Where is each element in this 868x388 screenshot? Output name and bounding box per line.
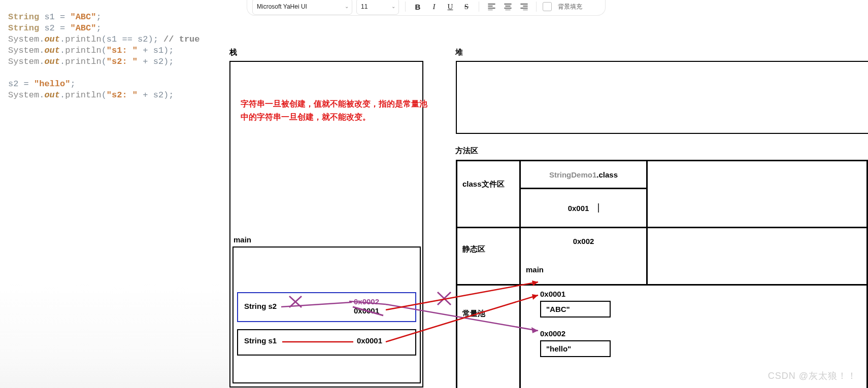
chevron-down-icon: ⌄ (391, 4, 395, 9)
stack-var-s2-label: String s2 (244, 302, 277, 310)
code-block: String s1 = "ABC"; String s2 = "ABC"; Sy… (8, 12, 200, 101)
heap-box (456, 61, 868, 134)
stack-note: 字符串一旦被创建，值就不能被改变，指的是常量池 中的字符串一旦创建，就不能改变。 (241, 97, 427, 124)
heap-label: 堆 (455, 48, 463, 57)
gradient-overlay (0, 281, 228, 388)
stack-label: 栈 (229, 48, 237, 57)
stack-var-s2-addr: 0x0001 (354, 306, 379, 315)
ma-class-addr: 0x001 (568, 204, 589, 213)
underline-button[interactable]: U (444, 1, 456, 13)
ma-class-area-cell: class文件区 (457, 161, 520, 228)
pool-addr-1: 0x0001 (540, 290, 565, 298)
stack-var-s2-addr-strike: 0x0002 (354, 297, 379, 306)
ma-row1-empty (647, 161, 867, 228)
align-left-button[interactable] (485, 1, 497, 13)
method-area-table: class文件区 StringDemo1.class 0x001 静态区 0x0… (456, 160, 868, 388)
bg-fill-label: 背景填充 (558, 3, 582, 11)
stack-var-s1-label: String s1 (244, 336, 277, 345)
ma-row2-empty (647, 228, 867, 285)
font-size-value: 11 (361, 3, 368, 10)
align-center-button[interactable] (502, 1, 514, 13)
stack-main-label: main (233, 235, 251, 244)
align-right-button[interactable] (518, 1, 530, 13)
ma-pool-cell: 0x0001 "ABC" 0x0002 "hello" (520, 285, 867, 389)
ma-static-value-cell: 0x002 main (520, 228, 647, 285)
stack-var-s1-addr: 0x0001 (357, 336, 382, 345)
ma-main-label: main (526, 265, 544, 274)
bg-fill-checkbox[interactable] (543, 2, 552, 11)
ma-class-value-cell: StringDemo1.class 0x001 (520, 161, 647, 228)
ma-static-area-cell: 静态区 (457, 228, 520, 285)
ma-main-addr: 0x002 (573, 237, 594, 245)
font-size-select[interactable]: 11 ⌄ (356, 0, 399, 15)
chevron-down-icon: ⌄ (345, 4, 349, 9)
svg-line-17 (438, 292, 451, 305)
pool-addr-2: 0x0002 (540, 329, 565, 338)
pool-box-1: "ABC" (540, 301, 611, 318)
toolbar: Microsoft YaHei UI ⌄ 11 ⌄ B I U S 背景填充 (247, 0, 606, 16)
bold-button[interactable]: B (412, 1, 424, 13)
pool-box-2: "hello" (540, 340, 611, 357)
italic-button[interactable]: I (428, 1, 440, 13)
method-area-label: 方法区 (455, 146, 478, 156)
ma-pool-label-cell: 常量池 (457, 285, 520, 389)
svg-line-18 (438, 292, 451, 305)
font-family-value: Microsoft YaHei UI (257, 3, 307, 10)
font-family-select[interactable]: Microsoft YaHei UI ⌄ (252, 0, 352, 15)
strikethrough-button[interactable]: S (460, 1, 473, 13)
